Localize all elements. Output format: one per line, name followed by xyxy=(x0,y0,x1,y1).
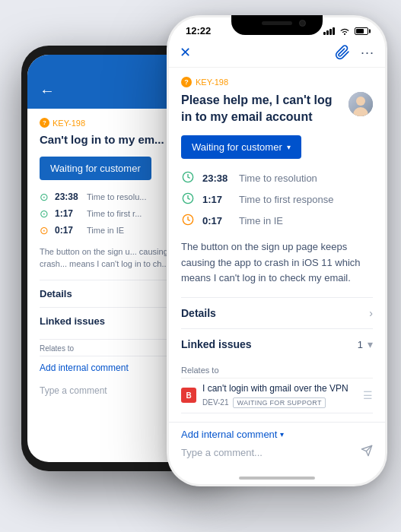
front-phone: 12:22 xyxy=(167,15,387,486)
back-time-3: 0:17 xyxy=(55,225,81,236)
linked-issues-section[interactable]: Linked issues 1 ▾ xyxy=(181,328,373,359)
linked-issue-title: I can't login with gmail over the VPN xyxy=(202,383,357,395)
notch-speaker xyxy=(262,21,292,25)
timings-list: 23:38 Time to resolution 1:17 Time to fi… xyxy=(181,171,373,229)
send-icon[interactable] xyxy=(361,445,373,460)
home-indicator xyxy=(239,477,315,480)
back-status-button[interactable]: Waiting for customer xyxy=(40,157,151,180)
comment-input-row: Type a comment... xyxy=(181,445,373,460)
details-label: Details xyxy=(181,307,216,319)
timing-time-1: 23:38 xyxy=(202,173,231,184)
bottom-comment-bar: Add internal comment ▾ Type a comment... xyxy=(169,422,385,466)
timing-label-2: Time to first response xyxy=(239,194,334,205)
linked-issues-header: Linked issues xyxy=(181,338,252,350)
avatar xyxy=(348,92,373,116)
linked-issue-type-icon: B xyxy=(181,388,196,403)
linked-issue-item[interactable]: B I can't login with gmail over the VPN … xyxy=(181,378,373,413)
add-internal-comment-button[interactable]: Add internal comment ▾ xyxy=(181,429,373,440)
battery-icon xyxy=(355,27,368,35)
timing-row-2: 1:17 Time to first response xyxy=(181,192,373,207)
front-phone-inner: 12:22 xyxy=(169,17,385,484)
clock-icon-2 xyxy=(181,192,195,207)
issue-title: Please help me, I can't log in to my ema… xyxy=(181,92,342,126)
linked-issue-status-badge: WAITING FOR SUPPORT xyxy=(233,397,325,408)
timing-time-3: 0:17 xyxy=(202,215,231,226)
back-label-2: Time to first r... xyxy=(87,209,142,218)
signal-icon xyxy=(323,27,335,35)
notch xyxy=(231,15,323,35)
back-time-1: 23:38 xyxy=(55,192,81,202)
status-dropdown[interactable]: Waiting for customer ▾ xyxy=(181,135,301,159)
clock-orange-icon-3: ⊙ xyxy=(40,224,49,236)
drag-handle-icon: ☰ xyxy=(363,389,373,401)
timing-label-3: Time in IE xyxy=(239,215,283,226)
issue-key: ? KEY-198 xyxy=(181,77,373,87)
notch-camera xyxy=(299,20,306,27)
relates-to-label: Relates to xyxy=(181,366,373,375)
attachment-icon[interactable] xyxy=(335,45,350,60)
linked-issue-meta: DEV-21 WAITING FOR SUPPORT xyxy=(202,397,357,408)
timing-time-2: 1:17 xyxy=(202,194,231,205)
add-internal-comment-label: Add internal comment xyxy=(181,429,277,440)
timing-label-1: Time to resolution xyxy=(239,173,317,184)
scene: ← ? KEY-198 Can't log in to my em... Wai… xyxy=(0,0,401,532)
details-chevron-icon: › xyxy=(369,307,373,319)
comment-placeholder[interactable]: Type a comment... xyxy=(181,447,263,458)
close-icon[interactable]: ✕ xyxy=(180,44,191,61)
back-time-2: 1:17 xyxy=(55,208,81,219)
issue-content: ? KEY-198 Please help me, I can't log in… xyxy=(169,68,385,458)
status-time: 12:22 xyxy=(186,25,211,36)
header-actions: ··· xyxy=(335,45,374,60)
clock-icon-3 xyxy=(181,214,195,229)
more-icon[interactable]: ··· xyxy=(361,46,374,59)
timing-row-3: 0:17 Time in IE xyxy=(181,214,373,229)
dropdown-arrow-icon: ▾ xyxy=(287,143,291,151)
internal-comment-dropdown-icon: ▾ xyxy=(280,430,284,439)
clock-icon-1 xyxy=(181,171,195,186)
back-label-3: Time in IE xyxy=(87,226,124,235)
status-icons xyxy=(323,27,368,35)
issue-type-icon: ? xyxy=(181,77,192,87)
svg-point-0 xyxy=(344,33,345,35)
app-header: ✕ ··· xyxy=(169,40,385,68)
details-section[interactable]: Details › xyxy=(181,297,373,328)
back-arrow-icon[interactable]: ← xyxy=(40,82,55,100)
issue-title-row: Please help me, I can't log in to my ema… xyxy=(181,92,373,126)
timing-row-1: 23:38 Time to resolution xyxy=(181,171,373,186)
linked-issues-chevron-icon: ▾ xyxy=(368,338,373,350)
clock-green-icon-1: ⊙ xyxy=(40,191,49,203)
status-label: Waiting for customer xyxy=(192,141,282,153)
avatar-image xyxy=(348,92,373,116)
linked-issue-text: I can't login with gmail over the VPN DE… xyxy=(202,383,357,408)
linked-issues-count: 1 xyxy=(358,339,363,350)
clock-green-icon-2: ⊙ xyxy=(40,207,49,220)
linked-issues-label: Linked issues xyxy=(181,338,252,350)
issue-description: The button on the sign up page keeps cau… xyxy=(181,239,373,287)
linked-issue-key: DEV-21 xyxy=(202,398,228,407)
issue-key-text: KEY-198 xyxy=(196,78,228,87)
wifi-icon xyxy=(339,27,350,35)
back-label-1: Time to resolu... xyxy=(87,192,146,201)
back-key-icon: ? xyxy=(40,118,49,128)
